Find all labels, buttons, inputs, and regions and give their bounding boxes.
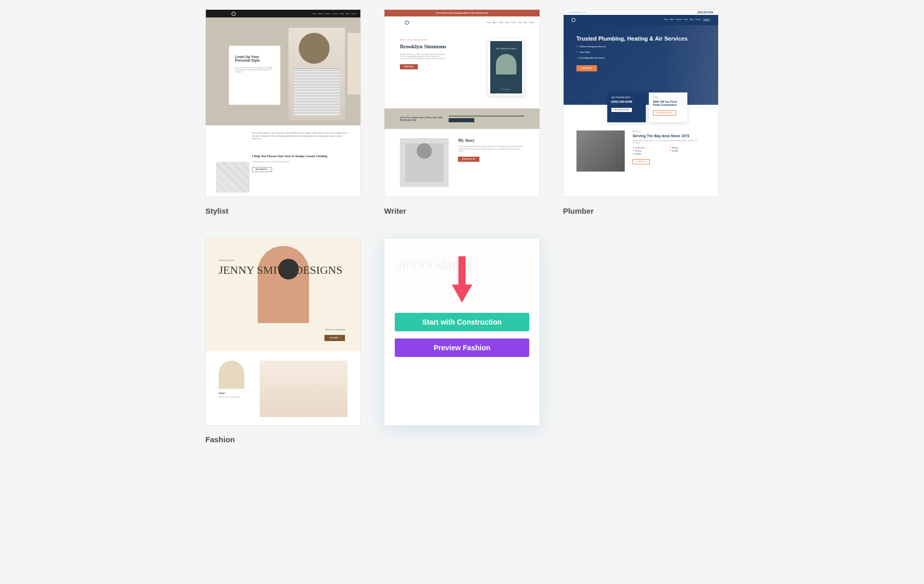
mock-help: I Help You Elevate Your Style & Design C… — [206, 146, 360, 182]
mock-hero: Trusted Plumbing, Heating & Air Services… — [564, 25, 718, 105]
hero-heading: Level Up Your Personal Style — [235, 55, 274, 62]
svg-rect-0 — [458, 256, 466, 287]
template-label: Fashion — [205, 435, 361, 444]
template-card-fashion[interactable]: Fashion Designer JENNY SMITH DESIGNS Bas… — [205, 238, 361, 444]
template-label: Stylist — [205, 206, 361, 215]
preview-button[interactable]: Preview Fashion — [395, 338, 529, 357]
mock-hero: BEST SELLING AUTHOR Brooklyn Simmons Bro… — [384, 29, 539, 108]
logo-icon — [571, 18, 575, 22]
template-label: Plumber — [563, 206, 719, 215]
overlay-actions: Start with Construction Preview Fashion — [395, 313, 529, 357]
template-label: Writer — [384, 206, 540, 215]
mock-below: Hello! Welcome to my creative world. — [206, 351, 360, 426]
mock-hero: Level Up Your Personal Style From the ru… — [206, 17, 360, 125]
template-card-stylist[interactable]: HomeAboutProjectsServicesShopBlogContact… — [205, 9, 361, 215]
logo-icon — [405, 21, 409, 25]
template-thumbnail-hovered: JENNA SMITH Start with Construction Prev… — [384, 238, 540, 426]
template-card-writer[interactable]: BUY MY NEWEST BOOK ON AMAZON AND GET FRE… — [384, 9, 540, 215]
mock-nav: HomeAboutBooksPressEventsShopBlogContact — [384, 16, 539, 29]
template-card-plumber[interactable]: divi@elegantthemes.com (255) 352-6258 Ho… — [563, 9, 719, 215]
template-thumbnail[interactable]: Fashion Designer JENNY SMITH DESIGNS Bas… — [205, 238, 361, 426]
mock-nav: HomeAboutServicesTeamBlogContactSign In — [564, 15, 718, 25]
mock-topbar: divi@elegantthemes.com (255) 352-6258 — [564, 10, 718, 15]
mock-story: My Story I've been fascinated by the pow… — [384, 129, 539, 196]
logo-icon — [232, 12, 236, 16]
template-thumbnail[interactable]: HomeAboutProjectsServicesShopBlogContact… — [205, 9, 361, 197]
template-thumbnail[interactable]: BUY MY NEWEST BOOK ON AMAZON AND GET FRE… — [384, 9, 540, 197]
mock-announcement: BUY MY NEWEST BOOK ON AMAZON AND GET FRE… — [384, 10, 539, 16]
mock-topbar: HomeAboutProjectsServicesShopBlogContact — [206, 10, 360, 17]
template-grid: HomeAboutProjectsServicesShopBlogContact… — [205, 9, 719, 444]
template-card-hovered[interactable]: JENNA SMITH Start with Construction Prev… — [384, 238, 540, 444]
start-with-button[interactable]: Start with Construction — [395, 313, 529, 331]
book-cover: The Monarch Effect B.B. Simmons — [488, 39, 524, 96]
mock-signup: Get a Free Short Story When You Join My … — [384, 108, 539, 129]
template-thumbnail[interactable]: divi@elegantthemes.com (255) 352-6258 Ho… — [563, 9, 719, 197]
mock-hero: Fashion Designer JENNY SMITH DESIGNS Bas… — [206, 238, 360, 351]
arrow-down-icon — [449, 256, 475, 305]
mock-about: I'm a fashion designer who is passionate… — [206, 125, 360, 146]
